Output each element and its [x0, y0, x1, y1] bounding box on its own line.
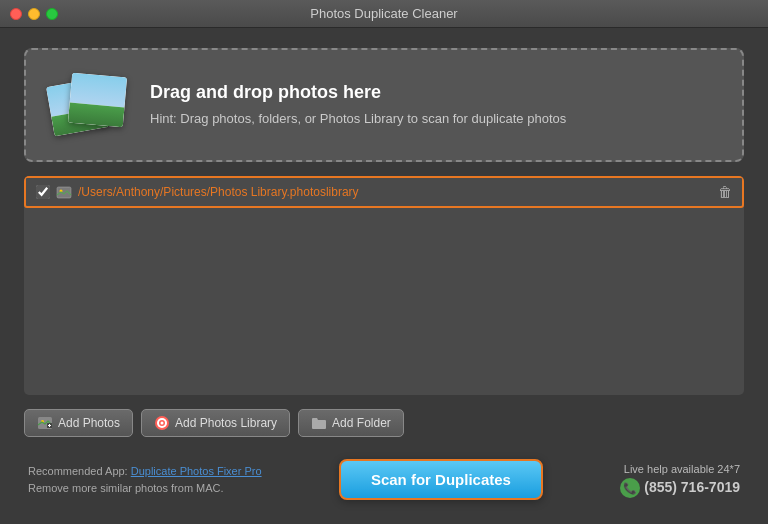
phone-number: 📞 (855) 716-7019: [620, 477, 740, 498]
add-photos-button[interactable]: Add Photos: [24, 409, 133, 437]
add-folder-button[interactable]: Add Folder: [298, 409, 404, 437]
phone-number-text: (855) 716-7019: [644, 477, 740, 498]
add-photos-icon: [37, 415, 53, 431]
add-photos-label: Add Photos: [58, 416, 120, 430]
phone-icon: 📞: [620, 478, 640, 498]
recommended-app: Recommended App: Duplicate Photos Fixer …: [28, 463, 262, 496]
main-content: Drag and drop photos here Hint: Drag pho…: [0, 28, 768, 524]
photos-library-icon: [56, 184, 72, 200]
photos-icon-stack: [50, 70, 130, 140]
add-photos-library-label: Add Photos Library: [175, 416, 277, 430]
add-folder-icon: [311, 415, 327, 431]
file-item: /Users/Anthony/Pictures/Photos Library.p…: [24, 176, 744, 208]
drop-text: Drag and drop photos here Hint: Drag pho…: [150, 82, 566, 129]
drop-zone[interactable]: Drag and drop photos here Hint: Drag pho…: [24, 48, 744, 162]
add-photos-library-button[interactable]: Add Photos Library: [141, 409, 290, 437]
live-help: Live help available 24*7 📞 (855) 716-701…: [620, 461, 740, 499]
add-photos-library-icon: [154, 415, 170, 431]
maximize-button[interactable]: [46, 8, 58, 20]
recommended-desc: Remove more similar photos from MAC.: [28, 480, 262, 497]
bottom-section: Recommended App: Duplicate Photos Fixer …: [24, 451, 744, 504]
file-path: /Users/Anthony/Pictures/Photos Library.p…: [78, 185, 359, 199]
window-title: Photos Duplicate Cleaner: [310, 6, 457, 21]
photo-card-front: [68, 73, 127, 128]
traffic-lights: [10, 8, 58, 20]
title-bar: Photos Duplicate Cleaner: [0, 0, 768, 28]
add-folder-label: Add Folder: [332, 416, 391, 430]
recommended-label: Recommended App:: [28, 465, 128, 477]
close-button[interactable]: [10, 8, 22, 20]
bottom-toolbar: Add Photos Add Photos Library Add Folder: [24, 409, 744, 437]
svg-point-10: [161, 422, 164, 425]
live-help-label: Live help available 24*7: [620, 461, 740, 478]
recommended-app-link[interactable]: Duplicate Photos Fixer Pro: [131, 465, 262, 477]
file-checkbox[interactable]: [36, 185, 50, 199]
drop-heading: Drag and drop photos here: [150, 82, 566, 103]
minimize-button[interactable]: [28, 8, 40, 20]
file-delete-button[interactable]: 🗑: [718, 184, 732, 200]
scan-for-duplicates-button[interactable]: Scan for Duplicates: [339, 459, 543, 500]
drop-hint: Hint: Drag photos, folders, or Photos Li…: [150, 109, 566, 129]
file-list-area: /Users/Anthony/Pictures/Photos Library.p…: [24, 176, 744, 395]
